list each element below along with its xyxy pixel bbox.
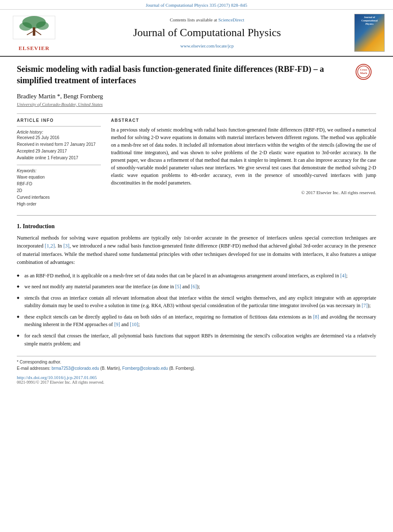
bullet-item-1: as an RBF-FD method, it is applicable on… — [17, 272, 376, 280]
email2-name: (B. Fornberg). — [169, 366, 195, 371]
ref-9[interactable]: [9] — [114, 321, 120, 327]
journal-thumb-label: Journal ofComputationalPhysics — [361, 16, 378, 26]
keyword-1: Wave equation — [17, 174, 101, 181]
ref-4[interactable]: [4] — [340, 273, 346, 279]
section-divider — [17, 215, 376, 216]
journal-thumbnail: Journal ofComputationalPhysics — [354, 14, 385, 52]
bullet-item-2: we need not modify any material paramete… — [17, 283, 376, 291]
journal-url: www.elsevier.com/locate/jcp — [180, 43, 234, 48]
intro-heading: 1. Introduction — [17, 223, 376, 230]
footnote-emails: E-mail addresses: brma7253@colorado.edu … — [17, 365, 376, 371]
email-label: E-mail addresses: — [17, 366, 50, 371]
journal-title: Journal of Computational Physics — [133, 26, 281, 39]
affiliation-line: University of Colorado-Boulder, United S… — [17, 102, 376, 107]
elsevier-tree-icon — [11, 14, 57, 43]
article-info-header: ARTICLE INFO — [17, 118, 101, 123]
intro-title: Introduction — [23, 223, 55, 229]
email1-link[interactable]: brma7253@colorado.edu — [52, 366, 99, 371]
email1-name: (B. Martin), — [100, 366, 121, 371]
svg-text:Mark: Mark — [360, 71, 367, 75]
main-content: Seismic modeling with radial basis funct… — [0, 57, 393, 393]
journal-thumbnail-area: Journal ofComputationalPhysics — [353, 14, 386, 52]
citation-text: Journal of Computational Physics 335 (20… — [146, 3, 247, 8]
ref-7[interactable]: [7] — [361, 303, 367, 308]
article-title-area: Seismic modeling with radial basis funct… — [17, 63, 376, 86]
article-title-text: Seismic modeling with radial basis funct… — [17, 64, 324, 85]
footnote-star: * Corresponding author. — [17, 359, 376, 365]
info-divider — [17, 126, 101, 126]
svg-rect-4 — [33, 27, 35, 36]
elsevier-brand-text: ELSEVIER — [18, 45, 50, 52]
ref-10[interactable]: [10] — [130, 321, 138, 327]
history-label: Article history: — [17, 130, 101, 134]
ref-3[interactable]: [3] — [63, 243, 70, 249]
accepted-date: Accepted 29 January 2017 — [17, 148, 101, 155]
svg-line-6 — [35, 31, 41, 35]
keyword-3: 2D — [17, 187, 101, 194]
info-divider2 — [17, 165, 101, 165]
sciencedirect-link[interactable]: ScienceDirect — [218, 17, 244, 22]
received-date: Received 25 July 2016 — [17, 134, 101, 141]
authors-line: Bradley Martin *, Bengt Fornberg — [17, 93, 376, 100]
available-date: Available online 1 February 2017 — [17, 155, 101, 161]
crossmark-badge: Cross Mark — [351, 63, 376, 80]
bullet-item-5: for each stencil that crosses the interf… — [17, 332, 376, 348]
keyword-2: RBF-FD — [17, 181, 101, 187]
abstract-text: In a previous study of seismic modeling … — [111, 126, 376, 187]
bottom-link-area: http://dx.doi.org/10.1016/j.jcp.2017.01.… — [17, 375, 376, 385]
bullet-item-4: these explicit stencils can be directly … — [17, 313, 376, 329]
received-revised-date: Received in revised form 27 January 2017 — [17, 141, 101, 148]
ref-8[interactable]: [8] — [313, 314, 319, 320]
article-info-col: ARTICLE INFO Article history: Received 2… — [17, 118, 101, 208]
keyword-5: High order — [17, 201, 101, 208]
issn-line: 0021-9991/© 2017 Elsevier Inc. All right… — [17, 380, 376, 385]
journal-header: ELSEVIER Contents lists available at Sci… — [0, 10, 393, 57]
abstract-header: ABSTRACT — [111, 118, 376, 123]
advantage-list: as an RBF-FD method, it is applicable on… — [17, 272, 376, 348]
keywords-label: Keywords: — [17, 169, 101, 173]
intro-paragraph1: Numerical methods for solving wave equat… — [17, 234, 376, 267]
ref-5[interactable]: [5] — [175, 284, 181, 290]
svg-text:Cross: Cross — [360, 68, 367, 71]
abstract-col: ABSTRACT In a previous study of seismic … — [111, 118, 376, 208]
keyword-4: Curved interfaces — [17, 194, 101, 201]
svg-line-5 — [27, 32, 33, 35]
ref-6[interactable]: [6] — [191, 284, 197, 290]
copyright-line: © 2017 Elsevier Inc. All rights reserved… — [111, 190, 376, 195]
crossmark-icon: Cross Mark — [356, 64, 372, 80]
bullet-item-3: stencils that cross an interface contain… — [17, 294, 376, 310]
journal-title-area: Contents lists available at ScienceDirec… — [66, 14, 348, 52]
ref-1-2[interactable]: [1,2] — [45, 243, 55, 249]
email2-link[interactable]: Fornberg@colorado.edu — [122, 366, 168, 371]
svg-point-3 — [36, 21, 49, 30]
authors-text: Bradley Martin *, Bengt Fornberg — [17, 93, 103, 100]
contents-label: Contents lists available at ScienceDirec… — [170, 17, 244, 22]
doi-link[interactable]: http://dx.doi.org/10.1016/j.jcp.2017.01.… — [17, 375, 376, 380]
intro-number: 1. — [17, 223, 21, 229]
elsevier-logo-area: ELSEVIER — [7, 14, 61, 52]
article-info-abstract-section: ARTICLE INFO Article history: Received 2… — [17, 113, 376, 208]
footnote-area: * Corresponding author. E-mail addresses… — [17, 356, 376, 371]
svg-point-2 — [19, 22, 32, 31]
citation-bar: Journal of Computational Physics 335 (20… — [0, 0, 393, 10]
